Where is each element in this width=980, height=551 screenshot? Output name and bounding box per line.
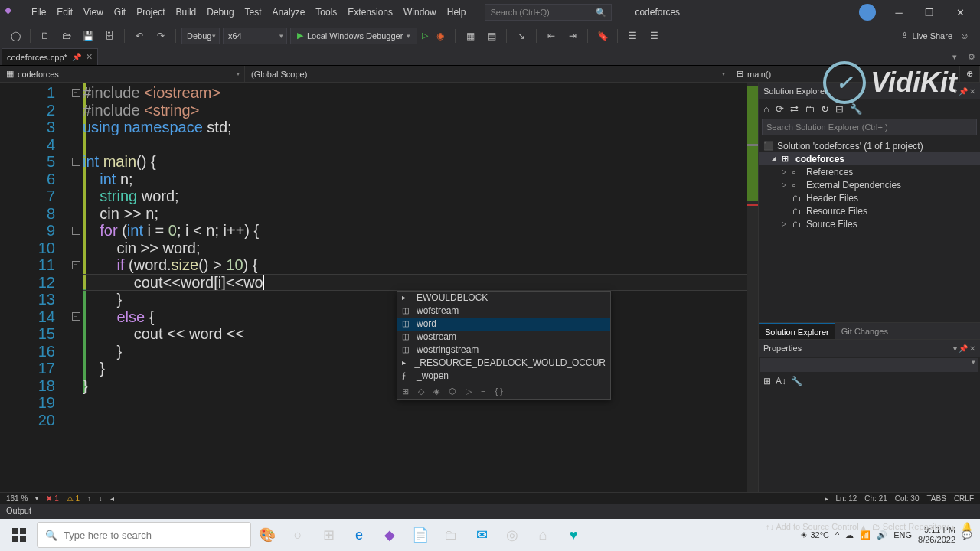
platform-combo[interactable]: x64 xyxy=(223,28,287,44)
select-repo[interactable]: 🗁 Select Repository ▴ xyxy=(872,522,956,532)
tree-solution-root[interactable]: ⬛Solution 'codeforces' (1 of 1 project) xyxy=(759,139,980,152)
source-control[interactable]: ↑↓ Add to Source Control ▴ xyxy=(766,522,866,532)
alphabetical-icon[interactable]: A↓ xyxy=(776,376,786,386)
dropdown-icon[interactable]: ▾ xyxy=(953,344,957,353)
menu-build[interactable]: Build xyxy=(171,0,202,24)
nav-type-combo[interactable]: ▦codeforces xyxy=(0,66,245,82)
nav-down-icon[interactable]: ↓ xyxy=(99,494,103,503)
toolbar-icon[interactable]: ▤ xyxy=(482,27,501,45)
output-panel-header[interactable]: Output xyxy=(0,504,980,519)
user-avatar[interactable] xyxy=(859,4,876,21)
start-debugging-button[interactable]: ▶Local Windows Debugger▾ xyxy=(290,28,417,44)
taskbar-search-input[interactable]: 🔍Type here to search xyxy=(37,522,251,548)
nav-up-icon[interactable]: ↑ xyxy=(87,494,91,503)
feedback-icon[interactable]: ☺ xyxy=(956,27,974,45)
switch-icon[interactable]: ⇄ xyxy=(790,103,799,115)
menu-help[interactable]: Help xyxy=(442,0,472,24)
save-icon[interactable]: 💾 xyxy=(79,27,97,45)
solution-search-input[interactable]: Search Solution Explorer (Ctrl+;) xyxy=(762,119,977,135)
line-ending[interactable]: CRLF xyxy=(954,494,974,503)
tree-folder[interactable]: ▷🗀Source Files xyxy=(759,217,980,230)
solution-explorer-toolbar[interactable]: ⌂⟳⇄🗀↻⊟🔧 xyxy=(759,99,980,118)
tab-git-changes[interactable]: Git Changes xyxy=(835,323,894,339)
quick-search-input[interactable]: Search (Ctrl+Q)🔍 xyxy=(485,4,612,21)
categorized-icon[interactable]: ⊞ xyxy=(763,376,771,386)
app-icon[interactable]: 📄 xyxy=(406,520,435,549)
mail-icon[interactable]: ✉ xyxy=(467,520,496,549)
tab-dropdown-icon[interactable]: ▾ xyxy=(946,48,963,65)
edge-icon[interactable]: e xyxy=(345,520,374,549)
notifications-icon[interactable]: 🔔 xyxy=(962,522,972,532)
taskbar-app-icon[interactable]: 🎨 xyxy=(253,520,282,549)
task-view-icon[interactable]: ⊞ xyxy=(314,520,343,549)
tree-project[interactable]: ◢⊞codeforces xyxy=(759,152,980,165)
close-icon[interactable]: ✕ xyxy=(86,52,93,62)
nav-scope-combo[interactable]: (Global Scope) xyxy=(245,66,730,82)
tab-solution-explorer[interactable]: Solution Explorer xyxy=(759,323,835,339)
menu-debug[interactable]: Debug xyxy=(201,0,239,24)
uncomment-icon[interactable]: ☰ xyxy=(645,27,663,45)
tab-settings-icon[interactable]: ⚙ xyxy=(963,48,980,65)
start-without-debugging-icon[interactable]: ▷ xyxy=(422,31,428,41)
wrench-icon[interactable]: 🔧 xyxy=(791,376,802,386)
menu-edit[interactable]: Edit xyxy=(51,0,78,24)
warning-count[interactable]: ⚠ 1 xyxy=(67,494,80,503)
intellisense-footer[interactable]: ⊞◇◈⬡▷≡{ } xyxy=(397,383,610,399)
cortana-icon[interactable]: ○ xyxy=(283,520,312,549)
undo-icon[interactable]: ↶ xyxy=(130,27,149,45)
app-icon[interactable]: ♥ xyxy=(559,520,588,549)
visual-studio-icon[interactable]: ◆ xyxy=(375,520,404,549)
intellisense-popup[interactable]: ▸EWOULDBLOCK ◫wofstream ◫word ◫wostream … xyxy=(397,291,611,400)
properties-combo[interactable]: ▾ xyxy=(760,358,978,372)
tab-codeforces-cpp[interactable]: codeforces.cpp*📌✕ xyxy=(2,48,98,65)
nav-split-icon[interactable]: ⊕ xyxy=(960,66,980,82)
explorer-icon[interactable]: 🗀 xyxy=(436,520,466,549)
home-icon[interactable]: ⌂ xyxy=(763,103,769,115)
maximize-button[interactable]: ❐ xyxy=(914,0,945,24)
close-button[interactable]: ✕ xyxy=(945,0,975,24)
menu-project[interactable]: Project xyxy=(131,0,170,24)
toolbar-icon[interactable]: ▦ xyxy=(461,27,479,45)
scroll-left-icon[interactable]: ◂ xyxy=(110,494,114,503)
nav-member-combo[interactable]: ⊞main() xyxy=(730,66,960,82)
save-all-icon[interactable]: 🗄 xyxy=(100,27,119,45)
panel-header[interactable]: Solution Explorer▾📌✕ xyxy=(759,83,980,99)
pin-icon[interactable]: 📌 xyxy=(72,53,81,61)
start-button[interactable] xyxy=(3,519,35,551)
bookmark-icon[interactable]: 🔖 xyxy=(593,27,612,45)
menu-window[interactable]: Window xyxy=(398,0,442,24)
properties-icon[interactable]: 🔧 xyxy=(850,103,862,115)
scroll-right-icon[interactable]: ▸ xyxy=(825,494,828,503)
menu-test[interactable]: Test xyxy=(240,0,267,24)
minimize-button[interactable]: ─ xyxy=(884,0,914,24)
pin-icon[interactable]: 📌 xyxy=(959,344,968,353)
error-count[interactable]: ✖ 1 xyxy=(46,494,58,503)
close-icon[interactable]: ✕ xyxy=(969,344,975,353)
step-icon[interactable]: ↘ xyxy=(512,27,531,45)
app-icon[interactable]: ⌂ xyxy=(528,520,557,549)
configuration-combo[interactable]: Debug xyxy=(181,28,220,44)
menu-extensions[interactable]: Extensions xyxy=(342,0,398,24)
tree-folder[interactable]: ▷▫References xyxy=(759,165,980,178)
tree-folder[interactable]: ▷▫External Dependencies xyxy=(759,178,980,191)
close-icon[interactable]: ✕ xyxy=(969,87,975,96)
live-share-button[interactable]: ⇪Live Share xyxy=(901,31,952,41)
menu-file[interactable]: File xyxy=(26,0,51,24)
open-icon[interactable]: 🗁 xyxy=(57,27,76,45)
indent-mode[interactable]: TABS xyxy=(926,494,946,503)
tree-folder[interactable]: 🗀Resource Files xyxy=(759,204,980,217)
sync-icon[interactable]: ⟳ xyxy=(776,103,784,115)
collapse-icon[interactable]: ⊟ xyxy=(835,103,844,115)
tree-folder[interactable]: 🗀Header Files xyxy=(759,191,980,204)
menu-git[interactable]: Git xyxy=(109,0,131,24)
nav-back-icon[interactable]: ◯ xyxy=(6,27,24,45)
comment-icon[interactable]: ☰ xyxy=(623,27,642,45)
properties-header[interactable]: Properties▾📌✕ xyxy=(759,340,980,357)
indent-icon[interactable]: ⇥ xyxy=(564,27,582,45)
editor-scrollbar[interactable] xyxy=(747,83,758,492)
pin-icon[interactable]: 📌 xyxy=(959,87,968,96)
menu-view[interactable]: View xyxy=(78,0,109,24)
app-icon[interactable]: ◎ xyxy=(498,520,527,549)
menu-tools[interactable]: Tools xyxy=(310,0,342,24)
zoom-level[interactable]: 161 % xyxy=(6,494,28,503)
